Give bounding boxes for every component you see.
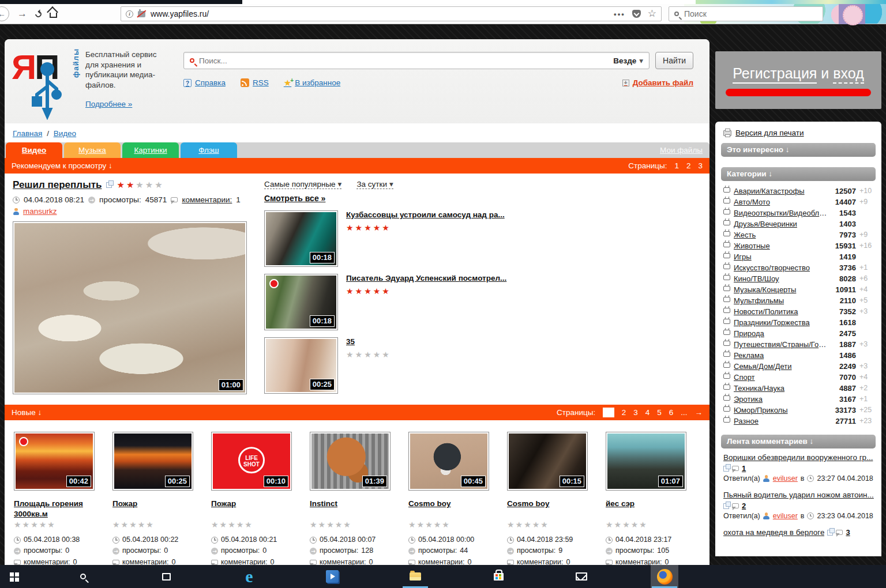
rating-stars[interactable]: ★★★★★ [507, 519, 593, 530]
home-icon[interactable] [50, 13, 57, 18]
next-page-arrow[interactable]: → [695, 408, 703, 417]
comment-title-link[interactable]: Воришки обезвредили вооруженного гр... [723, 453, 874, 462]
new-videos-title[interactable]: Новые ↓ [12, 408, 42, 417]
video-title-link[interactable]: Писатель Эдуард Успенский посмотрел... [346, 274, 506, 282]
taskbar-search-button[interactable] [69, 565, 97, 588]
category-link[interactable]: Новости/Политика [734, 306, 829, 317]
comments-link[interactable]: комментарии: [122, 557, 169, 565]
category-link[interactable]: Семья/Дом/Дети [734, 361, 829, 372]
category-link[interactable]: Игры [734, 251, 829, 262]
address-bar[interactable]: ••• [121, 6, 662, 21]
start-button[interactable] [0, 565, 28, 588]
featured-thumbnail[interactable]: 01:00 [13, 221, 247, 394]
rating-stars[interactable]: ★★★★★ [346, 223, 505, 233]
current-page[interactable]: 1 [603, 408, 614, 417]
category-item[interactable]: Музыка/Концерты10911+4 [723, 284, 874, 295]
featured-title-link[interactable]: Решил переплыть [13, 179, 102, 191]
more-link[interactable]: Подробнее » [85, 99, 132, 110]
print-version-link[interactable]: Версия для печати [735, 129, 804, 137]
sort-by-dropdown[interactable]: Самые популярные [264, 179, 341, 189]
comments-link[interactable]: комментарии: [221, 557, 268, 565]
firefox-button[interactable] [651, 565, 678, 588]
rating-stars[interactable]: ★★★★★ [117, 180, 164, 190]
category-item[interactable]: Путешествия/Страны/Города1887+3 [723, 339, 874, 350]
category-link[interactable]: Техника/Наука [734, 383, 829, 394]
file-explorer-button[interactable] [401, 565, 429, 588]
movies-tv-button[interactable] [318, 565, 346, 588]
external-link-icon[interactable] [106, 182, 112, 188]
page-link-6[interactable]: 6 [669, 408, 674, 417]
search-scope-dropdown[interactable]: Везде [613, 56, 643, 65]
edge-button[interactable]: e [235, 565, 263, 588]
rating-stars[interactable]: ★★★★★ [606, 519, 692, 530]
category-item[interactable]: Спорт7070+4 [723, 372, 874, 383]
video-title-link[interactable]: Кузбассовцы устроили самосуд над ра... [346, 210, 505, 219]
external-link-icon[interactable] [723, 466, 729, 472]
video-thumbnail[interactable]: 00:18 [264, 274, 338, 330]
video-thumbnail[interactable]: 00:15 [507, 432, 588, 491]
site-logo[interactable]: ЯП файлы [12, 47, 85, 123]
comments-link[interactable]: комментарии: [320, 557, 366, 565]
category-link[interactable]: Жесть [734, 229, 829, 240]
external-link-icon[interactable] [827, 530, 833, 536]
task-view-button[interactable] [152, 565, 180, 588]
plugin-blocked-icon[interactable] [138, 11, 145, 17]
category-item[interactable]: Техника/Наука4887+2 [723, 383, 874, 394]
comments-feed-header[interactable]: Лента комментариев ↓ [721, 435, 876, 448]
category-item[interactable]: Юмор/Приколы33173+25 [723, 405, 874, 416]
video-title-link[interactable]: Пожар [211, 499, 297, 519]
rating-stars[interactable]: ★★★★★ [211, 519, 297, 530]
rating-stars[interactable]: ★★★★★ [346, 286, 506, 296]
category-link[interactable]: Животные [734, 240, 829, 251]
comment-title-link[interactable]: охота на медведя в берлоге [723, 528, 824, 537]
video-thumbnail[interactable]: 00:18 [264, 210, 338, 267]
video-thumbnail[interactable]: 00:42 [14, 432, 95, 491]
category-item[interactable]: Игры1419 [723, 251, 874, 262]
category-link[interactable]: Аварии/Катастрофы [734, 186, 829, 197]
category-link[interactable]: Мультфильмы [734, 295, 829, 306]
browser-search-bar[interactable] [669, 6, 823, 21]
video-title-link[interactable]: 35 [346, 337, 391, 346]
category-item[interactable]: Новости/Политика7352+3 [723, 306, 874, 317]
category-link[interactable]: Музыка/Концерты [734, 284, 829, 295]
reload-icon[interactable] [34, 9, 43, 18]
comment-user-link[interactable]: eviluser [773, 474, 798, 483]
video-thumbnail[interactable]: LIFESHOT 00:10 [211, 432, 292, 491]
period-dropdown[interactable]: За сутки [356, 179, 393, 189]
page-link-5[interactable]: 5 [657, 408, 662, 417]
category-link[interactable]: Искусство/творчество [734, 262, 829, 273]
page-actions-icon[interactable]: ••• [614, 10, 625, 18]
category-item[interactable]: Искусство/творчество3736+1 [723, 262, 874, 273]
category-item[interactable]: Разное27711+23 [723, 416, 874, 427]
comment-count-link[interactable]: 3 [846, 528, 850, 537]
category-item[interactable]: Реклама1486 [723, 350, 874, 361]
page-link-2[interactable]: 2 [622, 408, 626, 417]
comments-link[interactable]: комментарии: [517, 557, 564, 565]
registration-box[interactable]: Регистрация и вход [715, 51, 881, 109]
site-search-field[interactable]: Везде [183, 52, 650, 69]
category-item[interactable]: Друзья/Вечеринки1403 [723, 218, 874, 229]
category-link[interactable]: Друзья/Вечеринки [734, 218, 829, 229]
page-link-2[interactable]: 2 [686, 161, 691, 170]
video-thumbnail[interactable]: 01:07 [606, 432, 686, 491]
avatar[interactable] [839, 4, 865, 24]
category-link[interactable]: Разное [734, 416, 829, 427]
category-link[interactable]: Авто/Мото [734, 197, 829, 208]
category-link[interactable]: Праздники/Торжества [734, 317, 829, 328]
comments-link[interactable]: комментарии: [182, 195, 232, 204]
add-file-link[interactable]: Добавить файл [622, 78, 693, 87]
tab-pictures[interactable]: Картинки [122, 142, 179, 158]
category-item[interactable]: Кино/ТВ/Шоу8028+6 [723, 273, 874, 284]
category-link[interactable]: Юмор/Приколы [734, 405, 829, 416]
comment-count-link[interactable]: 1 [742, 464, 746, 473]
category-link[interactable]: Видеооткрытки/Видеоблоги [734, 208, 829, 218]
category-link[interactable]: Эротика [734, 394, 829, 405]
category-item[interactable]: Мультфильмы2110+5 [723, 295, 874, 306]
category-item[interactable]: Природа2475 [723, 328, 874, 339]
tab-video[interactable]: Видео [6, 142, 62, 158]
comment-title-link[interactable]: Пьяный водитель ударил ножом автоин... [723, 491, 874, 499]
rss-link[interactable]: RSS [241, 78, 269, 87]
register-link[interactable]: Регистрация [733, 65, 817, 84]
page-link-3[interactable]: 3 [633, 408, 638, 417]
browser-search-input[interactable] [684, 9, 817, 18]
